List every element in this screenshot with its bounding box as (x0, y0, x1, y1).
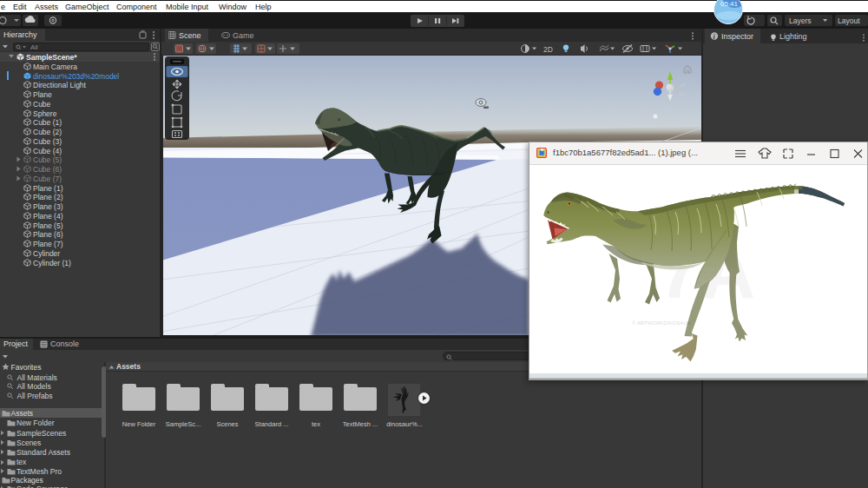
svg-text:2D: 2D (543, 45, 553, 54)
svg-text:Game: Game (233, 31, 254, 40)
svg-text:Layers: Layers (789, 16, 812, 25)
svg-text:Inspector: Inspector (721, 32, 753, 41)
svg-text:© ARTWORKDINOSAUR: © ARTWORKDINOSAUR (632, 320, 692, 326)
svg-text:Layout: Layout (838, 16, 860, 25)
svg-text:Scene: Scene (179, 31, 201, 40)
svg-text:Lighting: Lighting (779, 32, 807, 41)
